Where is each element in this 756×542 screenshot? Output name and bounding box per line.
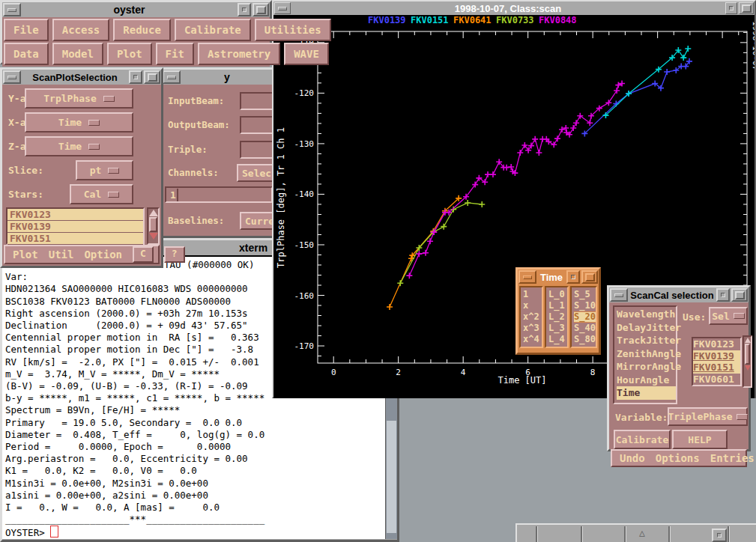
cal-variable-delayjitter[interactable]: DelayJitter (617, 321, 676, 335)
maximize-button[interactable] (144, 70, 160, 84)
star-list-item[interactable]: FKV0139 (7, 221, 143, 233)
calibrator-star-fkv0601[interactable]: FKV0601 (693, 374, 740, 386)
up-triangle-icon[interactable]: △ (639, 527, 645, 538)
close-menu-button[interactable]: C (133, 246, 154, 263)
scanplot-titlebar[interactable]: ScanPlotSelection (2, 70, 161, 85)
minimize-button[interactable] (3, 70, 21, 84)
scrollbar-thumb[interactable] (149, 217, 157, 232)
scancal-star-scrollbar[interactable] (743, 335, 752, 388)
fit-term-s_5[interactable]: S_5 (574, 289, 596, 300)
baselines-dropdown[interactable]: Curre (240, 212, 276, 230)
field-input-outputbeam[interactable] (240, 116, 274, 134)
menu-plot[interactable]: Plot (13, 249, 38, 261)
cal-variable-mirrorangle[interactable]: MirrorAngle (617, 360, 676, 374)
menu-plot[interactable]: Plot (107, 43, 152, 65)
minimize-button[interactable] (610, 288, 628, 302)
fit-term-l_2[interactable]: L_2 (548, 311, 567, 323)
fit-term-l_3[interactable]: L_3 (548, 323, 567, 334)
terminal-cursor[interactable] (50, 526, 58, 538)
scancal-titlebar[interactable]: ScanCal selection (609, 287, 749, 302)
cal-variable-zenithangle[interactable]: ZenithAngle (617, 347, 676, 361)
minimize-button[interactable] (274, 2, 291, 14)
time-panel-titlebar[interactable]: Time (518, 270, 599, 284)
menu-file[interactable]: File (4, 19, 49, 41)
menu-fit[interactable]: Fit (156, 43, 194, 65)
menu-utilities[interactable]: Utilities (255, 19, 331, 41)
calibration-variable-list[interactable]: WavelengthDelayJitterTrackJitterZenithAn… (613, 305, 677, 404)
fit-term-x^4[interactable]: x^4 (523, 334, 542, 345)
menu-model[interactable]: Model (52, 43, 103, 65)
menu-entries[interactable]: Entries (710, 452, 755, 464)
fit-term-s_10[interactable]: S_10 (574, 300, 596, 311)
dropdown-xaxis[interactable]: Time (25, 112, 133, 133)
calibrate-button[interactable]: Calibrate (614, 430, 671, 449)
dropdown-yaxis[interactable]: TrplPhase (25, 88, 133, 109)
fit-term-x^2[interactable]: x^2 (523, 311, 542, 323)
star-list-item[interactable]: FKV0123 (7, 209, 143, 221)
window-menu-button[interactable] (129, 70, 142, 84)
menu-undo[interactable]: Undo (620, 452, 645, 464)
fit-term-s_80[interactable]: S_80 (574, 334, 596, 345)
variable-dropdown[interactable]: TriplePhase (668, 407, 748, 426)
cal-variable-trackjitter[interactable]: TrackJitter (617, 334, 676, 347)
minimize-button[interactable] (163, 70, 181, 84)
scrollbar-thumb[interactable] (387, 421, 396, 534)
scroll-down-icon[interactable] (745, 365, 751, 371)
menu-util[interactable]: Util (49, 249, 74, 261)
calibrator-star-fkv0123[interactable]: FKV0123 (693, 338, 740, 350)
menu-calibrate[interactable]: Calibrate (175, 19, 251, 41)
calibrator-star-fkv0139[interactable]: FKV0139 (693, 350, 740, 362)
fit-term-l_0[interactable]: L_0 (548, 289, 567, 300)
window-menu-button[interactable] (725, 2, 737, 14)
oyster-titlebar[interactable]: oyster (2, 2, 270, 17)
field-input-triple[interactable] (240, 141, 274, 159)
menu-option[interactable]: Option (84, 249, 122, 261)
maximize-button[interactable] (581, 270, 598, 284)
window-menu-button[interactable] (716, 288, 730, 302)
star-list-scrollbar[interactable] (147, 207, 160, 245)
minimize-button[interactable] (3, 3, 21, 16)
window-menu-button[interactable] (566, 270, 580, 284)
scroll-up-icon[interactable] (149, 210, 158, 216)
calibrator-star-fkv0151[interactable]: FKV0151 (693, 362, 740, 374)
dropdown-zaxis[interactable]: Time (25, 136, 133, 156)
fit-term-x^3[interactable]: x^3 (523, 323, 542, 334)
y-window-titlebar[interactable]: y (162, 70, 273, 85)
cal-variable-hourangle[interactable]: HourAngle (617, 374, 676, 387)
scroll-down-icon[interactable] (149, 233, 158, 240)
menu-data[interactable]: Data (4, 43, 49, 65)
help-button[interactable]: HELP (672, 430, 728, 449)
fit-term-s_20[interactable]: S_20 (574, 311, 596, 323)
dropdown-slice[interactable]: pt (76, 160, 133, 180)
dropdown-stars[interactable]: Cal (70, 184, 133, 204)
channel-number-input[interactable]: 1 (165, 186, 273, 203)
plot-titlebar[interactable]: 1998-10-07, Class:scan (273, 1, 755, 15)
scrollbar-thumb[interactable] (745, 344, 750, 365)
maximize-button[interactable] (731, 288, 748, 302)
minimize-button[interactable] (518, 270, 536, 284)
fit-term-s_40[interactable]: S_40 (574, 323, 596, 334)
fit-term-l_4[interactable]: L_4 (548, 334, 567, 345)
fit-term-x[interactable]: x (523, 300, 542, 311)
star-list[interactable]: FKV0123FKV0139FKV0151 (6, 207, 145, 245)
fit-term-1[interactable]: 1 (523, 289, 542, 300)
fit-term-l_1[interactable]: L_1 (548, 300, 567, 311)
cal-variable-time[interactable]: Time (617, 386, 676, 400)
field-input-inputbeam[interactable] (240, 92, 274, 110)
menu-astrometry[interactable]: Astrometry (198, 43, 280, 65)
menu-options[interactable]: Options (656, 452, 700, 464)
window-menu-button[interactable] (238, 3, 251, 16)
menu-wave[interactable]: WAVE (284, 43, 329, 65)
maximize-button[interactable] (739, 2, 754, 14)
bottom-taskbar[interactable]: △ (515, 523, 756, 542)
scancal-star-list[interactable]: FKV0123FKV0139FKV0151FKV0601 (692, 337, 742, 386)
menu-access[interactable]: Access (52, 19, 110, 41)
taskbar-button[interactable] (712, 529, 727, 542)
cal-variable-wavelength[interactable]: Wavelength (617, 308, 676, 321)
scroll-up-icon[interactable] (745, 338, 751, 343)
help-menu-button[interactable]: ? (164, 246, 185, 263)
menu-reduce[interactable]: Reduce (113, 19, 171, 41)
use-dropdown[interactable]: Sel (709, 307, 748, 325)
star-list-item[interactable]: FKV0151 (7, 233, 143, 245)
channels-dropdown[interactable]: Select (237, 164, 276, 182)
